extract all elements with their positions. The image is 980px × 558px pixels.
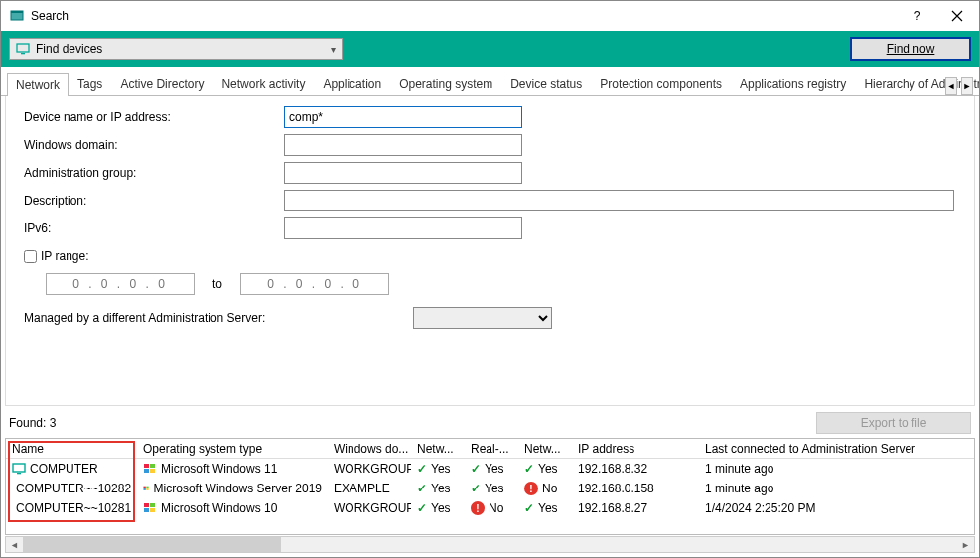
tab-network-activity[interactable]: Network activity xyxy=(212,72,314,95)
ip-from-input[interactable]: 0 . 0 . 0 . 0 xyxy=(46,273,195,295)
device-input[interactable] xyxy=(284,106,522,128)
windows-icon xyxy=(143,463,157,475)
tab-active-directory[interactable]: Active Directory xyxy=(111,72,212,95)
svg-rect-14 xyxy=(143,488,145,490)
svg-rect-4 xyxy=(13,464,25,472)
find-now-button[interactable]: Find now xyxy=(850,37,971,61)
domain-label: Windows domain: xyxy=(24,138,284,152)
export-button[interactable]: Export to file xyxy=(816,412,971,434)
row-os: Microsoft Windows 10 xyxy=(161,501,277,515)
scroll-left-icon[interactable]: ◄ xyxy=(6,537,23,552)
scroll-right-icon[interactable]: ► xyxy=(957,537,974,552)
col-windows-domain[interactable]: Windows do... xyxy=(328,442,411,456)
check-icon: ✓ xyxy=(417,462,427,476)
col-os[interactable]: Operating system type xyxy=(137,442,328,456)
svg-rect-7 xyxy=(150,464,155,468)
row-name: COMPUTER~~10282 xyxy=(16,482,131,495)
chevron-down-icon: ▾ xyxy=(331,44,336,55)
tab-device-status[interactable]: Device status xyxy=(501,72,591,95)
tab-network[interactable]: Network xyxy=(7,73,69,96)
close-button[interactable] xyxy=(937,1,977,31)
col-name[interactable]: Name xyxy=(6,442,137,456)
tabstrip: Network Tags Active Directory Network ac… xyxy=(1,67,979,96)
check-icon: ✓ xyxy=(417,482,427,495)
row-network: ✓ Yes xyxy=(411,501,465,515)
mode-select[interactable]: Find devices ▾ xyxy=(9,38,343,60)
iprange-checkbox-label[interactable]: IP range: xyxy=(24,249,284,263)
col-realtime[interactable]: Real-... xyxy=(465,442,518,456)
description-input[interactable] xyxy=(284,190,954,211)
svg-rect-2 xyxy=(17,44,29,52)
row-netagent: ! No xyxy=(518,482,572,495)
svg-rect-18 xyxy=(144,503,149,507)
table-row[interactable]: COMPUTERMicrosoft Windows 11WORKGROUP✓ Y… xyxy=(6,459,974,479)
row-domain: EXAMPLE xyxy=(328,482,411,495)
device-icon xyxy=(12,463,26,475)
mode-label: Find devices xyxy=(36,42,331,56)
device-label: Device name or IP address: xyxy=(24,110,284,124)
row-domain: WORKGROUP xyxy=(328,501,411,515)
ipv6-label: IPv6: xyxy=(24,221,284,235)
svg-rect-15 xyxy=(146,488,148,490)
scrollbar-thumb[interactable] xyxy=(23,537,281,552)
results-header: Name Operating system type Windows do...… xyxy=(6,439,974,459)
app-icon xyxy=(9,8,25,24)
tab-scroll-right[interactable]: ► xyxy=(961,77,973,95)
titlebar: Search ? xyxy=(1,1,979,31)
check-icon: ✓ xyxy=(471,462,481,476)
row-os: Microsoft Windows 11 xyxy=(161,462,277,476)
row-realtime: ✓ Yes xyxy=(465,462,518,476)
found-bar: Found: 3 Export to file xyxy=(1,410,979,436)
row-last: 1/4/2024 2:25:20 PM xyxy=(699,501,974,515)
table-row[interactable]: COMPUTER~~10282Microsoft Windows Server … xyxy=(6,479,974,498)
row-ip: 192.168.8.32 xyxy=(572,462,699,476)
ip-to-input[interactable]: 0 . 0 . 0 . 0 xyxy=(240,273,389,295)
close-icon xyxy=(951,10,963,22)
tab-applications-registry[interactable]: Applications registry xyxy=(731,72,855,95)
help-button[interactable]: ? xyxy=(898,1,937,31)
row-os: Microsoft Windows Server 2019 xyxy=(154,482,322,495)
window-title: Search xyxy=(31,9,898,23)
tab-protection-components[interactable]: Protection components xyxy=(591,72,731,95)
svg-rect-21 xyxy=(150,508,155,512)
tab-operating-system[interactable]: Operating system xyxy=(390,72,501,95)
svg-rect-5 xyxy=(17,473,21,474)
results-grid: Name Operating system type Windows do...… xyxy=(5,438,975,535)
managed-select[interactable] xyxy=(413,307,552,329)
check-icon: ✓ xyxy=(524,501,534,515)
tab-application[interactable]: Application xyxy=(314,72,390,95)
svg-rect-1 xyxy=(11,11,23,13)
group-input[interactable] xyxy=(284,162,522,184)
row-realtime: ✓ Yes xyxy=(465,482,518,495)
managed-label: Managed by a different Administration Se… xyxy=(24,311,413,325)
row-network: ✓ Yes xyxy=(411,482,465,495)
monitor-icon xyxy=(16,43,30,55)
table-row[interactable]: COMPUTER~~10281Microsoft Windows 10WORKG… xyxy=(6,498,974,518)
ipv6-input[interactable] xyxy=(284,217,522,239)
alert-icon: ! xyxy=(524,482,538,495)
col-ip[interactable]: IP address xyxy=(572,442,699,456)
group-label: Administration group: xyxy=(24,166,284,180)
row-name: COMPUTER xyxy=(30,462,98,476)
form-area: Device name or IP address: Windows domai… xyxy=(5,96,975,406)
row-netagent: ✓ Yes xyxy=(518,462,572,476)
check-icon: ✓ xyxy=(524,462,534,476)
domain-input[interactable] xyxy=(284,134,522,156)
alert-icon: ! xyxy=(471,501,485,515)
col-network-agent[interactable]: Netw... xyxy=(518,442,572,456)
row-name: COMPUTER~~10281 xyxy=(16,501,131,515)
iprange-checkbox[interactable] xyxy=(24,250,37,263)
horizontal-scrollbar[interactable]: ◄ ► xyxy=(5,536,975,553)
svg-rect-13 xyxy=(146,487,148,488)
svg-rect-20 xyxy=(144,508,149,512)
check-icon: ✓ xyxy=(417,501,427,515)
row-network: ✓ Yes xyxy=(411,462,465,476)
col-network[interactable]: Netw... xyxy=(411,442,465,456)
found-count: Found: 3 xyxy=(9,416,816,430)
col-last-connected[interactable]: Last connected to Administration Server xyxy=(699,442,974,456)
svg-rect-6 xyxy=(144,464,149,468)
row-last: 1 minute ago xyxy=(699,462,974,476)
row-domain: WORKGROUP xyxy=(328,462,411,476)
tab-tags[interactable]: Tags xyxy=(69,72,111,95)
tab-scroll-left[interactable]: ◄ xyxy=(945,77,957,95)
